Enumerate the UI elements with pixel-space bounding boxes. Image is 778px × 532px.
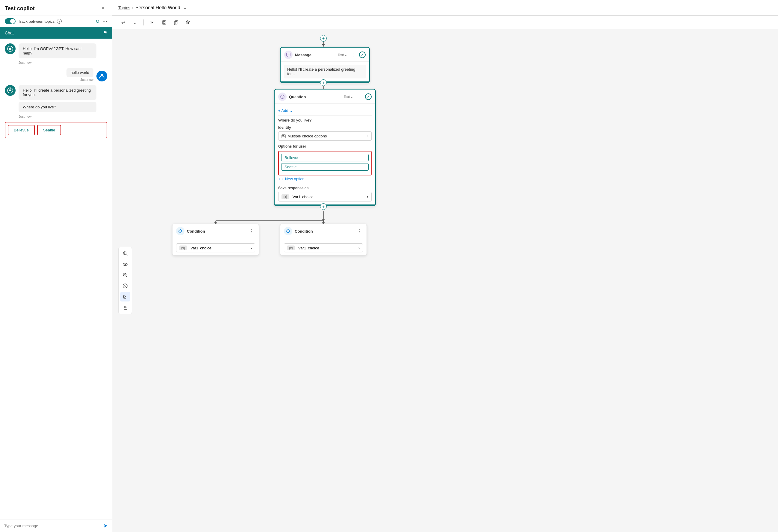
option-tag-bellevue[interactable]: Bellevue: [281, 154, 369, 161]
canvas-content[interactable]: + Message Text ⌄ ⋮ ✓: [112, 29, 778, 532]
condition-left-var-name: Var1: [190, 246, 199, 250]
undo-button[interactable]: ↩: [118, 18, 128, 27]
chat-input[interactable]: [4, 524, 100, 528]
message-node-check[interactable]: ✓: [359, 52, 366, 58]
message-node-more[interactable]: ⋮: [349, 52, 357, 58]
info-icon[interactable]: i: [57, 19, 62, 24]
svg-rect-9: [175, 21, 178, 24]
select-tool[interactable]: [121, 292, 130, 301]
svg-rect-10: [174, 21, 177, 25]
user-timestamp-1: Just now: [67, 78, 93, 81]
question-node: ? Question Text ⌄ ⋮ ✓ + Add ⌄: [274, 89, 376, 206]
condition-right-title: Condition: [295, 229, 354, 234]
identify-value: Multiple choice options: [288, 134, 327, 138]
track-row: Track between topics i ↻ ⋯: [0, 16, 112, 27]
flow-svg: [112, 29, 651, 388]
question-icon: ?: [278, 92, 287, 101]
identify-select[interactable]: Multiple choice options ›: [278, 131, 372, 141]
message-node-header: Message Text ⌄ ⋮ ✓: [281, 48, 369, 62]
message-type-badge: Text ⌄: [338, 53, 347, 57]
condition-node-right: Condition ⋮ {x} Var1 choice ›: [280, 224, 367, 256]
var-badge: {x}: [282, 194, 289, 199]
chat-tab-label: Chat: [5, 30, 14, 35]
condition-right-var-badge: {x}: [287, 246, 295, 250]
chat-tab[interactable]: Chat ⚑: [0, 27, 112, 38]
save-response-section: Save response as {x} Var1 choice ›: [278, 186, 372, 201]
message-node-body: Hello! I'll create a personalized greeti…: [281, 62, 369, 81]
eye-tool[interactable]: [121, 260, 130, 269]
timestamp-1: Just now: [18, 61, 96, 64]
option-bellevue[interactable]: Bellevue: [8, 125, 35, 135]
breadcrumb-chevron-icon[interactable]: ⌄: [183, 5, 187, 10]
zoom-in-tool[interactable]: [121, 249, 130, 258]
send-icon[interactable]: ➤: [103, 522, 108, 529]
cut-button[interactable]: ✂: [147, 18, 157, 27]
var-name: Var1: [293, 195, 301, 199]
dropdown-button[interactable]: ⌄: [130, 18, 140, 27]
option-seattle[interactable]: Seattle: [37, 125, 61, 135]
question-node-more[interactable]: ⋮: [356, 94, 363, 100]
delete-button[interactable]: 🗑: [183, 18, 193, 27]
svg-line-18: [126, 276, 128, 277]
breadcrumb-current: Personal Hello World: [135, 5, 180, 10]
condition-left-select[interactable]: {x} Var1 choice ›: [176, 243, 255, 252]
plus-btn-bottom[interactable]: +: [320, 203, 327, 210]
flag-icon[interactable]: ⚑: [103, 30, 107, 35]
condition-node-left: Condition ⋮ {x} Var1 choice ›: [172, 224, 259, 256]
cancel-tool[interactable]: [121, 281, 130, 291]
close-button[interactable]: ×: [99, 4, 107, 13]
plus-btn-top[interactable]: +: [320, 35, 327, 41]
plus-btn-mid[interactable]: +: [320, 79, 327, 86]
condition-left-body: {x} Var1 choice ›: [172, 238, 259, 255]
condition-right-var-name: Var1: [298, 246, 306, 250]
copy-button[interactable]: [171, 18, 181, 27]
condition-left-more[interactable]: ⋮: [248, 229, 255, 234]
toolbar-separator-1: [143, 19, 144, 25]
options-section: Options for user Bellevue Seattle + + Ne…: [278, 144, 372, 182]
top-bar: Topics › Personal Hello World ⌄: [112, 0, 778, 16]
svg-line-21: [124, 285, 126, 287]
right-panel: Topics › Personal Hello World ⌄ ↩ ⌄ ✂ 🗑: [112, 0, 778, 532]
svg-rect-31: [287, 53, 290, 56]
svg-rect-1: [9, 48, 11, 50]
new-option-button[interactable]: + + New option: [278, 175, 372, 182]
question-node-header: ? Question Text ⌄ ⋮ ✓: [275, 90, 375, 104]
bot-avatar-2: [5, 85, 16, 96]
refresh-icon[interactable]: ↻: [95, 18, 99, 24]
save-response-label: Save response as: [278, 186, 372, 190]
breadcrumb-separator: ›: [132, 5, 134, 10]
svg-rect-35: [283, 135, 284, 136]
condition-right-more[interactable]: ⋮: [356, 229, 363, 234]
question-type-badge: Text ⌄: [344, 95, 353, 99]
breadcrumb-topics[interactable]: Topics: [118, 5, 130, 10]
condition-right-select[interactable]: {x} Var1 choice ›: [284, 243, 363, 252]
svg-line-12: [126, 255, 128, 256]
question-node-check[interactable]: ✓: [365, 93, 372, 100]
bot-bubble-2a: Hello! I'll create a personalized greeti…: [18, 85, 96, 100]
identify-select-inner: Multiple choice options: [282, 134, 327, 138]
chat-area: Hello, I'm GGPVA2GPT. How can I help? Ju…: [0, 38, 112, 519]
svg-rect-8: [163, 21, 165, 23]
save-response-row[interactable]: {x} Var1 choice ›: [278, 192, 372, 201]
condition-right-var-type: choice: [308, 246, 319, 250]
user-bubble-1: hello world: [67, 68, 93, 77]
track-toggle[interactable]: [5, 18, 16, 24]
zoom-out-tool[interactable]: [121, 270, 130, 280]
svg-rect-36: [283, 137, 285, 137]
shape-button[interactable]: [159, 18, 169, 27]
hand-tool[interactable]: [121, 303, 130, 312]
user-avatar: [96, 71, 107, 81]
track-label: Track between topics: [18, 19, 55, 24]
question-node-body: + Add ⌄ Where do you live? Identify Mult…: [275, 104, 375, 204]
bot-message-2: Hello! I'll create a personalized greeti…: [5, 85, 107, 118]
message-icon: [284, 51, 293, 59]
bot-avatar-1: [5, 43, 16, 54]
identify-label: Identify: [278, 125, 372, 129]
condition-left-var-badge: {x}: [179, 246, 187, 250]
more-options-icon[interactable]: ⋯: [102, 18, 107, 24]
option-tag-seattle[interactable]: Seattle: [281, 163, 369, 171]
user-message-wrapper: hello world Just now: [67, 68, 93, 81]
svg-text:?: ?: [282, 95, 283, 98]
message-node: Message Text ⌄ ⋮ ✓ Hello! I'll create a …: [280, 47, 370, 83]
add-button[interactable]: + Add ⌄: [278, 107, 372, 115]
